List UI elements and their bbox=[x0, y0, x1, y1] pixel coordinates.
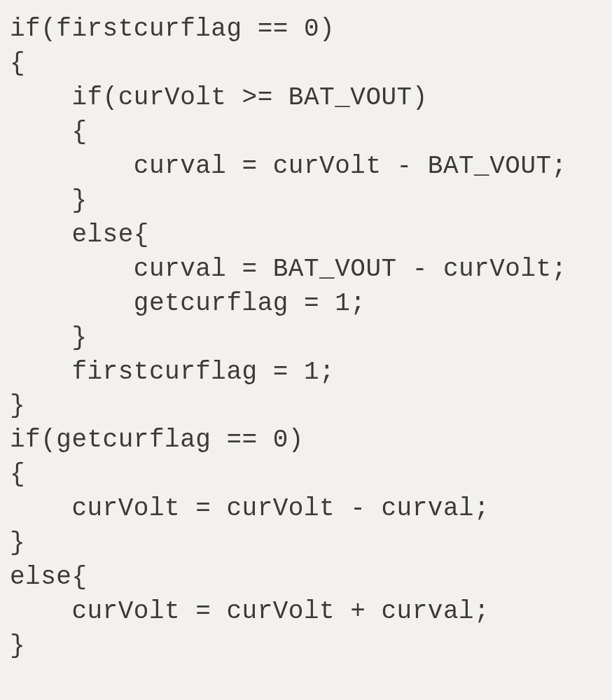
code-block: if(firstcurflag == 0) { if(curVolt >= BA… bbox=[0, 0, 612, 664]
